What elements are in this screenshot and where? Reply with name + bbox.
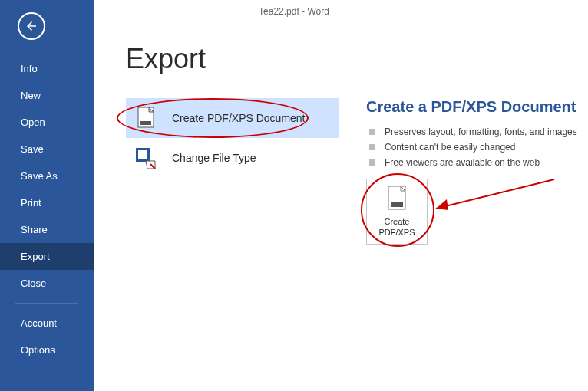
sidebar-item-close[interactable]: Close [0,270,94,297]
main-content: Export Create PDF/XPS Document Change Fi… [94,0,588,391]
sidebar-item-save-as[interactable]: Save As [0,163,94,189]
sidebar-item-share[interactable]: Share [0,216,94,243]
option-change-file-type[interactable]: Change File Type [126,138,339,178]
sidebar-item-options[interactable]: Options [0,337,94,363]
change-file-type-icon [134,146,158,170]
details-bullets: Preserves layout, formatting, fonts, and… [366,127,588,168]
sidebar-item-label: Account [21,317,57,329]
sidebar-item-info[interactable]: Info [0,55,94,82]
bullet-item: Preserves layout, formatting, fonts, and… [366,127,588,137]
create-pdf-xps-button[interactable]: Create PDF/XPS [366,179,428,245]
sidebar-item-label: Share [21,224,48,235]
sidebar-item-label: Info [21,63,38,74]
sidebar-divider [15,303,78,304]
arrow-left-icon [25,19,38,33]
sidebar-item-open[interactable]: Open [0,109,94,136]
sidebar-item-label: Export [21,251,50,262]
sidebar-item-label: Save [21,143,44,155]
svg-rect-5 [391,202,403,207]
backstage-sidebar: Info New Open Save Save As Print Share E… [0,0,94,391]
page-title: Export [126,43,588,75]
sidebar-item-new[interactable]: New [0,82,94,109]
pdf-export-icon [386,186,408,212]
sidebar-item-save[interactable]: Save [0,136,94,163]
sidebar-item-label: Print [21,197,41,209]
sidebar-item-label: Open [21,117,45,128]
bullet-item: Free viewers are available on the web [366,157,588,168]
sidebar-item-print[interactable]: Print [0,189,94,216]
sidebar-item-label: Options [21,344,55,356]
sidebar-item-export[interactable]: Export [0,243,94,270]
sidebar-item-label: Close [21,278,46,289]
details-title: Create a PDF/XPS Document [366,98,588,116]
option-label: Change File Type [172,152,256,164]
back-button[interactable] [18,12,45,40]
button-label: Create PDF/XPS [378,216,415,238]
option-create-pdf-xps[interactable]: Create PDF/XPS Document [126,98,339,138]
export-details: Create a PDF/XPS Document Preserves layo… [366,98,588,245]
svg-rect-3 [138,150,147,159]
svg-rect-1 [140,121,151,125]
export-options-list: Create PDF/XPS Document Change File Type [126,98,339,178]
pdf-document-icon [134,106,158,130]
sidebar-item-label: New [21,90,41,101]
option-label: Create PDF/XPS Document [172,112,306,124]
bullet-item: Content can't be easily changed [366,142,588,153]
sidebar-item-account[interactable]: Account [0,310,94,337]
sidebar-item-label: Save As [21,170,58,182]
